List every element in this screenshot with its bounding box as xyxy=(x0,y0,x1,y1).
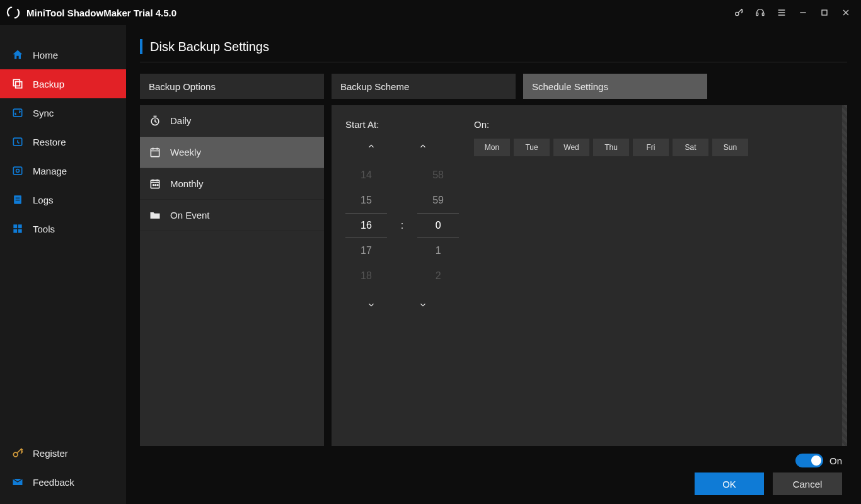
minute-down-button[interactable] xyxy=(413,297,432,312)
restore-icon xyxy=(11,135,24,148)
day-label: Mon xyxy=(485,143,499,152)
titlebar-menu-icon[interactable] xyxy=(773,4,790,21)
cancel-label: Cancel xyxy=(793,479,823,490)
svg-rect-4 xyxy=(13,79,20,86)
svg-point-23 xyxy=(155,184,156,185)
sidebar-item-label: Restore xyxy=(33,137,66,147)
day-sun[interactable]: Sun xyxy=(712,139,748,156)
minute-value: 2 xyxy=(417,263,459,289)
tab-backup-scheme[interactable]: Backup Scheme xyxy=(332,74,516,99)
freq-on-event[interactable]: On Event xyxy=(140,200,324,231)
sidebar-item-label: Sync xyxy=(33,108,54,118)
tab-schedule-settings[interactable]: Schedule Settings xyxy=(523,74,707,99)
freq-label: Monthly xyxy=(170,178,204,189)
titlebar-key-icon[interactable] xyxy=(730,4,748,21)
schedule-settings-panel: Start At: 14 15 16 17 18 xyxy=(332,105,847,446)
minute-value: 59 xyxy=(417,188,459,213)
svg-rect-11 xyxy=(16,198,20,198)
hour-selected: 16 xyxy=(345,213,387,238)
minute-up-button[interactable] xyxy=(413,139,432,154)
day-label: Sun xyxy=(724,143,737,152)
on-label: On: xyxy=(474,119,837,130)
minute-value: 1 xyxy=(417,238,459,263)
calendar-month-icon xyxy=(149,178,161,190)
app-logo-icon xyxy=(6,6,20,20)
day-label: Tue xyxy=(525,143,538,152)
svg-point-0 xyxy=(736,12,739,15)
sidebar-item-tools[interactable]: Tools xyxy=(0,214,126,243)
freq-monthly[interactable]: Monthly xyxy=(140,168,324,200)
clock-icon xyxy=(149,115,161,127)
freq-label: Daily xyxy=(170,115,191,126)
svg-rect-1 xyxy=(756,13,758,16)
ok-label: OK xyxy=(722,479,736,490)
day-wed[interactable]: Wed xyxy=(553,139,589,156)
sidebar-feedback[interactable]: Feedback xyxy=(0,467,126,496)
sidebar-item-restore[interactable]: Restore xyxy=(0,127,126,156)
hour-up-button[interactable] xyxy=(362,139,381,154)
logs-icon xyxy=(11,193,24,206)
titlebar-close-icon[interactable] xyxy=(837,4,855,21)
day-fri[interactable]: Fri xyxy=(633,139,669,156)
scrollbar[interactable] xyxy=(842,105,847,446)
schedule-toggle[interactable] xyxy=(795,454,823,467)
ok-button[interactable]: OK xyxy=(695,472,764,495)
day-label: Fri xyxy=(647,143,656,152)
cancel-button[interactable]: Cancel xyxy=(773,472,842,495)
start-at-label: Start At: xyxy=(345,119,459,130)
title-accent xyxy=(140,39,142,54)
sidebar-register[interactable]: Register xyxy=(0,438,126,467)
start-at-column: Start At: 14 15 16 17 18 xyxy=(345,119,459,312)
content-area: Disk Backup Settings Backup Options Back… xyxy=(126,25,861,504)
hour-wheel[interactable]: 14 15 16 17 18 xyxy=(345,163,387,289)
sidebar-item-backup[interactable]: Backup xyxy=(0,69,126,98)
app-title: MiniTool ShadowMaker Trial 4.5.0 xyxy=(26,8,176,18)
freq-weekly[interactable]: Weekly xyxy=(140,137,324,168)
titlebar-maximize-icon[interactable] xyxy=(816,4,833,21)
footer: On xyxy=(140,446,847,467)
tab-backup-options[interactable]: Backup Options xyxy=(140,74,324,99)
freq-label: On Event xyxy=(170,210,210,220)
minute-selected: 0 xyxy=(417,213,459,238)
freq-daily[interactable]: Daily xyxy=(140,105,324,137)
day-sat[interactable]: Sat xyxy=(673,139,708,156)
titlebar-headset-icon[interactable] xyxy=(751,4,769,21)
svg-rect-20 xyxy=(151,149,159,157)
svg-rect-13 xyxy=(13,224,17,228)
sidebar: Home Backup Sync Restore Manage Logs xyxy=(0,25,126,504)
hour-down-button[interactable] xyxy=(362,297,381,312)
day-thu[interactable]: Thu xyxy=(593,139,629,156)
footer-buttons: OK Cancel xyxy=(140,467,847,495)
time-separator: : xyxy=(401,220,403,231)
day-label: Sat xyxy=(685,143,696,152)
day-mon[interactable]: Mon xyxy=(474,139,510,156)
day-tue[interactable]: Tue xyxy=(514,139,550,156)
sidebar-item-manage[interactable]: Manage xyxy=(0,156,126,185)
hour-value: 18 xyxy=(345,263,387,289)
minute-wheel[interactable]: 58 59 0 1 2 xyxy=(417,163,459,289)
sidebar-feedback-label: Feedback xyxy=(33,477,74,488)
day-label: Thu xyxy=(604,143,618,152)
manage-icon xyxy=(11,164,24,177)
svg-point-22 xyxy=(153,184,154,185)
tab-label: Schedule Settings xyxy=(532,81,608,92)
sidebar-item-home[interactable]: Home xyxy=(0,40,126,69)
page-title-row: Disk Backup Settings xyxy=(140,39,847,62)
sidebar-item-label: Home xyxy=(33,50,58,60)
svg-rect-6 xyxy=(13,109,21,117)
day-label: Wed xyxy=(563,143,579,152)
sidebar-item-label: Backup xyxy=(33,79,64,89)
svg-rect-14 xyxy=(18,224,22,228)
svg-rect-16 xyxy=(18,229,22,233)
days-column: On: Mon Tue Wed Thu Fri Sat Sun xyxy=(474,119,837,312)
backup-icon xyxy=(11,77,24,90)
sidebar-item-sync[interactable]: Sync xyxy=(0,98,126,127)
tabs-row: Backup Options Backup Scheme Schedule Se… xyxy=(140,74,847,99)
svg-point-24 xyxy=(157,184,158,185)
frequency-panel: Daily Weekly Monthly On Event xyxy=(140,105,324,446)
svg-rect-15 xyxy=(13,229,17,233)
titlebar-minimize-icon[interactable] xyxy=(794,4,812,21)
sidebar-item-label: Logs xyxy=(33,195,54,205)
sidebar-item-logs[interactable]: Logs xyxy=(0,185,126,214)
svg-rect-5 xyxy=(16,82,22,88)
